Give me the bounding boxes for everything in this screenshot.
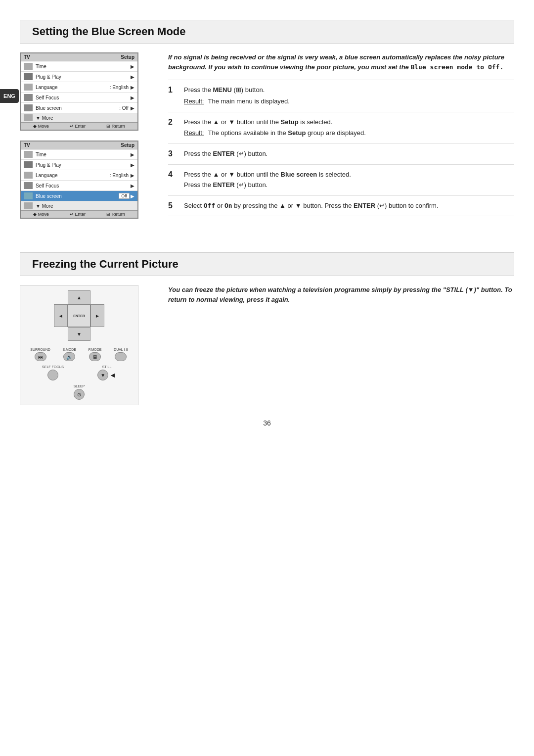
eng-label: ENG — [3, 93, 15, 99]
tv-screen-2-header: TV Setup — [21, 142, 137, 149]
step-content-4: Press the ▲ or ▼ button until the Blue s… — [184, 170, 514, 190]
remote-area: ▲ ◄ ENTER ► ▼ SURROUND ⏮ S.MODE — [20, 285, 158, 405]
step-1-result: Result: The main menu is displayed. — [184, 96, 514, 107]
enter-btn[interactable]: ENTER — [68, 304, 90, 327]
tv-screen-1: TV Setup Time ▶ Plug & Play ▶ — [20, 52, 138, 131]
still-btn-label: STILL — [102, 365, 112, 369]
dual-btn[interactable] — [115, 352, 127, 361]
menu-row-selffocus-2: Self Focus ▶ — [21, 181, 137, 191]
language-icon-2 — [24, 172, 33, 179]
step-1: 1 Press the MENU (⊞) button. Result: The… — [168, 80, 514, 112]
step-4: 4 Press the ▲ or ▼ button until the Blue… — [168, 165, 514, 196]
right-panel-section2: You can freeze the picture when watching… — [168, 285, 514, 405]
tv-screen-1-footer: ◆ Move ↵ Enter ⊞ Return — [21, 122, 137, 130]
language-icon-1 — [24, 84, 33, 91]
menu-row-plugplay-2: Plug & Play ▶ — [21, 160, 137, 170]
section2-header: Freezing the Current Picture — [20, 252, 514, 276]
bluescreen-icon-1 — [24, 104, 33, 111]
footer-move-2: ◆ Move — [33, 212, 49, 217]
surround-btn-group: SURROUND ⏮ — [30, 348, 50, 361]
step-content-5: Select Off or On by pressing the ▲ or ▼ … — [184, 201, 514, 211]
footer-enter-1: ↵ Enter — [70, 124, 86, 129]
section1-intro: If no signal is being received or the si… — [168, 52, 514, 72]
pmode-btn-group: P.MODE 🖥 — [89, 348, 102, 361]
still-btn-group: STILL ▼ ◄ — [97, 365, 116, 380]
sleep-btn-label: SLEEP — [74, 384, 85, 388]
page-number: 36 — [0, 414, 534, 432]
step-2-result: Result: The options available in the Set… — [184, 128, 514, 139]
still-btn[interactable]: ▼ — [97, 370, 108, 380]
steps-list-section1: 1 Press the MENU (⊞) button. Result: The… — [168, 80, 514, 216]
section2-intro: You can freeze the picture when watching… — [168, 285, 514, 304]
tv-screen-1-header: TV Setup — [21, 53, 137, 61]
code-blue-screen: Blue screen mode to Off. — [410, 63, 503, 71]
menu-row-selffocus-1: Self Focus ▶ — [21, 93, 137, 103]
menu-row-time-2: Time ▶ — [21, 149, 137, 160]
smode-btn-group: S.MODE 🔊 — [62, 348, 76, 361]
menu-row-bluescreen-2-highlighted: Blue screen Off ▶ — [21, 191, 137, 201]
smode-btn[interactable]: 🔊 — [63, 352, 75, 361]
sleep-btn-group: SLEEP ⊙ — [74, 384, 85, 400]
menu-more-1: ▼ More — [21, 113, 137, 122]
selffocus-btn-label: SELF FOCUS — [42, 365, 64, 369]
tv-screen-2-footer: ◆ Move ↵ Enter ⊞ Return — [21, 210, 137, 218]
menu-row-language-2: Language : English ▶ — [21, 170, 137, 181]
selffocus-btn[interactable] — [47, 370, 58, 380]
media-buttons-row: SURROUND ⏮ S.MODE 🔊 P.MODE 🖥 DUAL I-II — [25, 348, 133, 361]
surround-label: SURROUND — [30, 348, 50, 351]
nav-cluster: ▲ ◄ ENTER ► ▼ — [54, 290, 104, 341]
nav-down-btn[interactable]: ▼ — [68, 327, 90, 341]
section1-content: TV Setup Time ▶ Plug & Play ▶ — [20, 44, 514, 237]
step-3: 3 Press the ENTER (↵) button. — [168, 144, 514, 165]
more-icon-1 — [24, 114, 33, 121]
setup-label-2: Setup — [121, 142, 134, 148]
pmode-label: P.MODE — [89, 348, 102, 351]
time-icon-2 — [24, 151, 33, 158]
nav-up-btn[interactable]: ▲ — [68, 290, 90, 304]
step-content-2: Press the ▲ or ▼ button until the Setup … — [184, 117, 514, 139]
footer-enter-2: ↵ Enter — [70, 212, 86, 217]
nav-grid: ▲ ◄ ENTER ► ▼ — [54, 290, 104, 341]
remote-control: ▲ ◄ ENTER ► ▼ SURROUND ⏮ S.MODE — [20, 285, 138, 405]
time-icon-1 — [24, 63, 33, 70]
step-num-4: 4 — [168, 170, 178, 179]
tv-label-1: TV — [24, 54, 30, 60]
step-num-1: 1 — [168, 86, 178, 94]
menu-row-time-1: Time ▶ — [21, 61, 137, 72]
nav-right-btn[interactable]: ► — [90, 304, 104, 327]
page-num-text: 36 — [263, 419, 271, 427]
dual-btn-group: DUAL I-II — [114, 348, 128, 361]
menu-row-language-1: Language : English ▶ — [21, 82, 137, 93]
menu-more-2: ▼ More — [21, 201, 137, 210]
more-icon-2 — [24, 202, 33, 209]
bluescreen-icon-2 — [24, 192, 33, 199]
tv-screen-2-body: Time ▶ Plug & Play ▶ Language : English … — [21, 149, 137, 210]
setup-label-1: Setup — [121, 54, 134, 60]
step-5: 5 Select Off or On by pressing the ▲ or … — [168, 196, 514, 217]
section2-content: ▲ ◄ ENTER ► ▼ SURROUND ⏮ S.MODE — [20, 276, 514, 414]
menu-row-plugplay-1: Plug & Play ▶ — [21, 72, 137, 82]
tv-screen-2: TV Setup Time ▶ Plug & Play ▶ — [20, 141, 138, 219]
step-content-1: Press the MENU (⊞) button. Result: The m… — [184, 85, 514, 107]
tv-label-2: TV — [24, 142, 30, 148]
surround-btn[interactable]: ⏮ — [35, 352, 46, 361]
selffocus-btn-group: SELF FOCUS — [42, 365, 64, 380]
section1-title: Setting the Blue Screen Mode — [32, 25, 502, 38]
step-2: 2 Press the ▲ or ▼ button until the Setu… — [168, 112, 514, 144]
menu-row-bluescreen-1: Blue screen : Off ▶ — [21, 103, 137, 113]
step-num-5: 5 — [168, 201, 178, 210]
sleep-btn[interactable]: ⊙ — [74, 389, 85, 400]
nav-left-btn[interactable]: ◄ — [54, 304, 68, 327]
footer-return-1: ⊞ Return — [106, 124, 125, 129]
selffocus-still-row: SELF FOCUS STILL ▼ ◄ — [25, 365, 133, 380]
right-panel-section1: If no signal is being received or the si… — [168, 52, 514, 229]
footer-return-2: ⊞ Return — [106, 212, 125, 217]
step-num-2: 2 — [168, 118, 178, 127]
pmode-btn[interactable]: 🖥 — [89, 352, 101, 361]
step-content-3: Press the ENTER (↵) button. — [184, 149, 514, 159]
selffocus-icon-1 — [24, 94, 33, 101]
left-panel-screens: TV Setup Time ▶ Plug & Play ▶ — [20, 52, 158, 229]
section1-header: Setting the Blue Screen Mode — [20, 20, 514, 44]
section2-title: Freezing the Current Picture — [32, 258, 502, 271]
plugplay-icon-2 — [24, 161, 33, 168]
